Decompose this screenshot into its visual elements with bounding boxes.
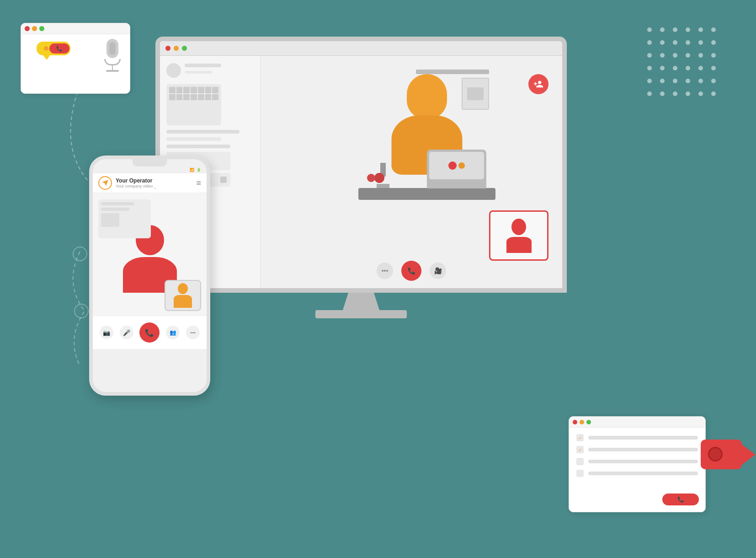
phone-self-thumbnail [165, 280, 201, 311]
sidebar-line-1 [166, 130, 240, 134]
monitor-base [315, 310, 407, 318]
cal-cell [191, 87, 197, 93]
cal-cell [169, 94, 176, 101]
phone-notch [133, 159, 167, 166]
self-body [174, 295, 192, 308]
br-titlebar [569, 417, 705, 428]
phone-mic-icon: 🎤 [123, 329, 130, 336]
phone-people-icon: 👥 [170, 329, 176, 336]
checklist-item-3 [576, 458, 698, 465]
cal-cell [169, 87, 176, 93]
checklist-item-2: ✓ [576, 446, 698, 453]
chat-dot-1 [44, 46, 48, 51]
phone-end-icon: 📞 [145, 328, 154, 337]
camera-body [701, 440, 742, 469]
phone-subtitle: Your company video _ [116, 184, 196, 188]
end-call-button-topleft[interactable]: 📞 [49, 43, 69, 54]
monitor-screen: ••• 📞 🎥 [155, 37, 567, 293]
check-box-3 [576, 458, 584, 465]
checklist-item-4 [576, 470, 698, 477]
video-icon: 🎥 [434, 267, 442, 274]
phone-video-button[interactable]: 📷 [100, 326, 113, 339]
monitor-controls: ••• 📞 🎥 [377, 261, 446, 281]
phone-app-icon [98, 176, 112, 190]
more-options-icon: ••• [382, 267, 389, 274]
participant-head [511, 219, 526, 235]
br-min-dot [580, 420, 584, 424]
phone-status-bar: 📶 🔋 [93, 166, 207, 173]
cal-cell [183, 87, 190, 93]
phone-end-call-button[interactable]: 📞 [139, 322, 160, 343]
cal-cell [191, 94, 197, 101]
phone-operator-name: Your Operator [116, 177, 196, 184]
br-end-call-button[interactable]: 📞 [662, 494, 699, 505]
check-line-3 [588, 460, 698, 463]
check-line-4 [588, 472, 698, 475]
phone-more-button[interactable]: ••• [186, 326, 200, 339]
browser-bottomright: ✓ ✓ 📞 [569, 416, 706, 512]
wifi-icon: 📶 [190, 168, 194, 172]
desk [358, 188, 495, 200]
participant-thumbnail [489, 210, 548, 261]
check-line-2 [588, 448, 698, 451]
chat-bubble-tail [43, 55, 50, 60]
end-call-button[interactable]: 📞 [401, 261, 421, 281]
phone-more-icon: ••• [190, 330, 196, 335]
self-head [178, 283, 188, 294]
check-line-1 [588, 436, 698, 440]
laptop [427, 150, 486, 188]
checklist-item-1: ✓ [576, 434, 698, 441]
close-dot [25, 26, 30, 31]
phone-video-icon: 📷 [103, 329, 110, 336]
phone-people-button[interactable]: 👥 [166, 326, 180, 339]
participant-body [506, 237, 532, 253]
max-dot [39, 26, 44, 31]
video-button[interactable]: 🎥 [430, 263, 446, 279]
add-person-button[interactable] [528, 74, 548, 94]
sidebar-calendar [166, 84, 221, 125]
desk-scene [349, 70, 505, 234]
br-content: ✓ ✓ [569, 428, 705, 488]
monitor-main: ••• 📞 🎥 [261, 56, 562, 288]
phone-header: Your Operator Your company video _ ≡ [93, 173, 207, 193]
cal-cell [176, 94, 183, 101]
mic-illustration [104, 39, 121, 72]
cal-cell [176, 87, 183, 93]
cal-cell [205, 94, 212, 101]
monitor-wrap: ••• 📞 🎥 [155, 37, 567, 318]
more-options-button[interactable]: ••• [377, 263, 393, 279]
monitor-max-dot [182, 46, 187, 51]
cal-cell [212, 94, 218, 101]
monitor-close-dot [165, 46, 170, 51]
browser-titlebar [21, 23, 130, 34]
sidebar-sub-line [185, 71, 212, 74]
monitor-titlebar [160, 41, 562, 56]
phone: 📶 🔋 Your Operator Your company video _ ≡ [89, 156, 210, 396]
person-head [407, 74, 447, 119]
min-dot [32, 26, 37, 31]
phone-menu-icon[interactable]: ≡ [196, 178, 201, 188]
sidebar-line-2 [166, 137, 221, 141]
camera-lens [708, 447, 723, 461]
sidebar-name-line [185, 64, 221, 67]
phone-mic-button[interactable]: 🎤 [120, 326, 133, 339]
phone-bg-block [98, 199, 151, 238]
camera-viewfinder [742, 445, 756, 465]
phone-controls: 📷 🎤 📞 👥 ••• [93, 316, 207, 349]
check-box-2: ✓ [576, 446, 584, 453]
battery-icon: 🔋 [197, 168, 201, 172]
sidebar-line-3 [166, 145, 230, 148]
br-max-dot [586, 420, 591, 424]
br-close-dot [573, 420, 577, 424]
phone-header-text: Your Operator Your company video _ [116, 177, 196, 188]
br-end-call-icon: 📞 [677, 496, 684, 503]
check-box-4 [576, 470, 584, 477]
cal-cell [205, 87, 212, 93]
cal-cell [198, 87, 204, 93]
sidebar-avatar [166, 63, 181, 78]
phone-call-content [93, 193, 207, 316]
cal-cell [183, 94, 190, 101]
monitor-stand [343, 293, 379, 310]
check-box-1: ✓ [576, 434, 584, 441]
cal-cell [198, 94, 204, 101]
